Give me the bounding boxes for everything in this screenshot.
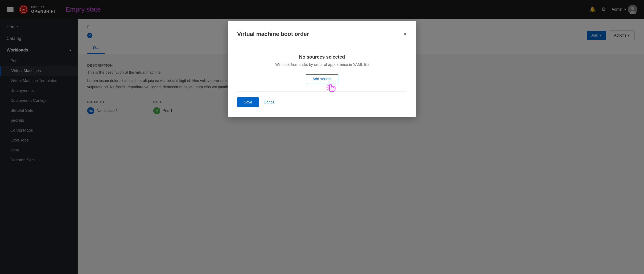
modal-header: Virtual machine boot order × [237,31,407,37]
svg-line-9 [327,89,329,90]
add-source-button[interactable]: Add source [306,74,338,84]
cancel-button[interactable]: Cancel [264,100,275,104]
modal-close-button[interactable]: × [403,31,407,37]
save-button[interactable]: Save [237,97,259,107]
modal-empty-desc: Will boot from disks by order of appeara… [237,63,407,67]
modal-body: No sources selected Will boot from disks… [237,45,407,91]
modal-title: Virtual machine boot order [237,31,309,37]
boot-order-modal: Virtual machine boot order × No sources … [228,21,416,117]
svg-line-7 [327,85,329,86]
modal-empty-title: No sources selected [237,54,407,60]
modal-footer: Save Cancel [237,91,407,107]
modal-overlay: Virtual machine boot order × No sources … [0,0,644,274]
